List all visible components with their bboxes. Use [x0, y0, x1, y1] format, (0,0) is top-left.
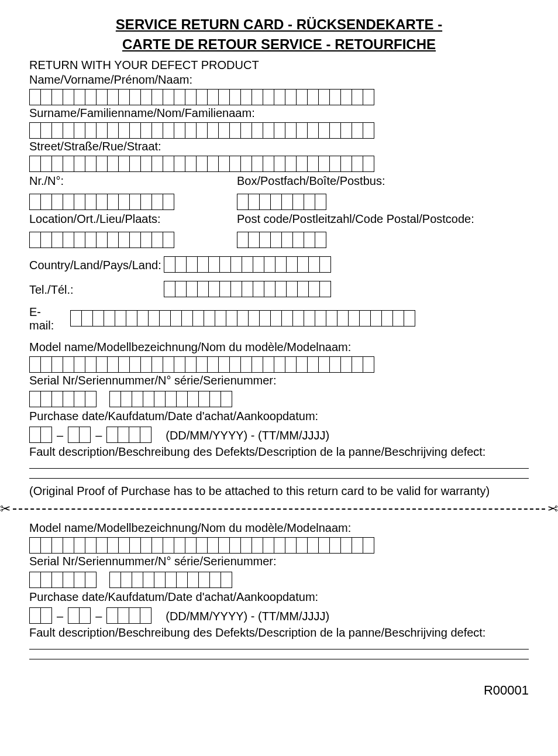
char-cell[interactable] — [229, 537, 241, 554]
char-cell[interactable] — [151, 194, 163, 210]
char-cell[interactable] — [85, 89, 97, 105]
char-cell[interactable] — [63, 356, 74, 373]
char-cell[interactable] — [129, 356, 141, 373]
char-cell[interactable] — [340, 89, 352, 105]
char-cell[interactable] — [129, 194, 141, 210]
char-cell[interactable] — [163, 537, 174, 554]
input-country[interactable] — [164, 256, 331, 273]
char-cell[interactable] — [221, 391, 232, 407]
char-cell[interactable] — [207, 156, 219, 172]
char-cell[interactable] — [174, 122, 185, 139]
char-cell[interactable] — [120, 391, 132, 407]
char-cell[interactable] — [274, 89, 285, 105]
char-cell[interactable] — [363, 356, 374, 373]
char-cell[interactable] — [281, 194, 293, 210]
char-cell[interactable] — [252, 356, 263, 373]
char-cell[interactable] — [370, 310, 382, 327]
char-cell[interactable] — [137, 310, 149, 327]
char-cell[interactable] — [107, 156, 119, 172]
char-cell[interactable] — [51, 572, 63, 588]
char-cell[interactable] — [329, 537, 341, 554]
input-location[interactable] — [29, 232, 225, 248]
char-cell[interactable] — [154, 391, 166, 407]
char-cell[interactable] — [185, 356, 197, 373]
char-cell[interactable] — [292, 194, 304, 210]
char-cell[interactable] — [270, 232, 282, 248]
char-cell[interactable] — [132, 391, 143, 407]
char-cell[interactable] — [92, 310, 104, 327]
char-cell[interactable] — [74, 537, 85, 554]
char-cell[interactable] — [63, 122, 74, 139]
char-cell[interactable] — [297, 281, 309, 297]
char-cell[interactable] — [318, 356, 330, 373]
char-cell[interactable] — [29, 537, 41, 554]
char-cell[interactable] — [79, 607, 91, 624]
char-cell[interactable] — [363, 122, 374, 139]
char-cell[interactable] — [163, 232, 174, 248]
char-cell[interactable] — [218, 356, 230, 373]
char-cell[interactable] — [197, 281, 209, 297]
char-cell[interactable] — [209, 572, 221, 588]
char-cell[interactable] — [143, 391, 154, 407]
char-cell[interactable] — [363, 537, 374, 554]
input-model-2[interactable] — [29, 537, 529, 554]
input-model[interactable] — [29, 356, 529, 373]
char-cell[interactable] — [164, 281, 175, 297]
char-cell[interactable] — [63, 156, 74, 172]
char-cell[interactable] — [197, 256, 209, 273]
char-cell[interactable] — [198, 391, 210, 407]
char-cell[interactable] — [318, 537, 330, 554]
char-cell[interactable] — [219, 281, 231, 297]
char-cell[interactable] — [270, 194, 282, 210]
char-cell[interactable] — [118, 607, 129, 624]
char-cell[interactable] — [218, 89, 230, 105]
char-cell[interactable] — [329, 356, 341, 373]
input-date-dd[interactable] — [29, 427, 52, 443]
char-cell[interactable] — [296, 122, 308, 139]
char-cell[interactable] — [348, 310, 360, 327]
char-cell[interactable] — [240, 356, 252, 373]
char-cell[interactable] — [175, 256, 187, 273]
char-cell[interactable] — [40, 122, 52, 139]
char-cell[interactable] — [51, 391, 63, 407]
char-cell[interactable] — [118, 427, 129, 443]
char-cell[interactable] — [318, 122, 330, 139]
char-cell[interactable] — [263, 537, 274, 554]
char-cell[interactable] — [85, 356, 97, 373]
char-cell[interactable] — [326, 310, 337, 327]
char-cell[interactable] — [307, 89, 319, 105]
char-cell[interactable] — [174, 89, 185, 105]
char-cell[interactable] — [253, 281, 264, 297]
char-cell[interactable] — [129, 89, 141, 105]
char-cell[interactable] — [51, 89, 63, 105]
char-cell[interactable] — [318, 89, 330, 105]
char-cell[interactable] — [140, 232, 152, 248]
char-cell[interactable] — [270, 310, 282, 327]
char-cell[interactable] — [176, 391, 188, 407]
char-cell[interactable] — [209, 391, 221, 407]
char-cell[interactable] — [51, 232, 63, 248]
char-cell[interactable] — [252, 122, 263, 139]
char-cell[interactable] — [263, 356, 274, 373]
char-cell[interactable] — [392, 310, 404, 327]
char-cell[interactable] — [163, 89, 174, 105]
char-cell[interactable] — [248, 232, 260, 248]
char-cell[interactable] — [237, 310, 249, 327]
char-cell[interactable] — [329, 156, 341, 172]
char-cell[interactable] — [242, 256, 253, 273]
char-cell[interactable] — [148, 310, 160, 327]
char-cell[interactable] — [51, 356, 63, 373]
char-cell[interactable] — [274, 356, 285, 373]
char-cell[interactable] — [307, 156, 319, 172]
char-cell[interactable] — [274, 122, 285, 139]
char-cell[interactable] — [207, 122, 219, 139]
input-date2-mm[interactable] — [68, 607, 91, 624]
char-cell[interactable] — [175, 281, 187, 297]
char-cell[interactable] — [118, 122, 130, 139]
char-cell[interactable] — [329, 122, 341, 139]
char-cell[interactable] — [140, 194, 152, 210]
char-cell[interactable] — [196, 537, 208, 554]
char-cell[interactable] — [151, 537, 163, 554]
char-cell[interactable] — [307, 122, 319, 139]
char-cell[interactable] — [230, 281, 242, 297]
